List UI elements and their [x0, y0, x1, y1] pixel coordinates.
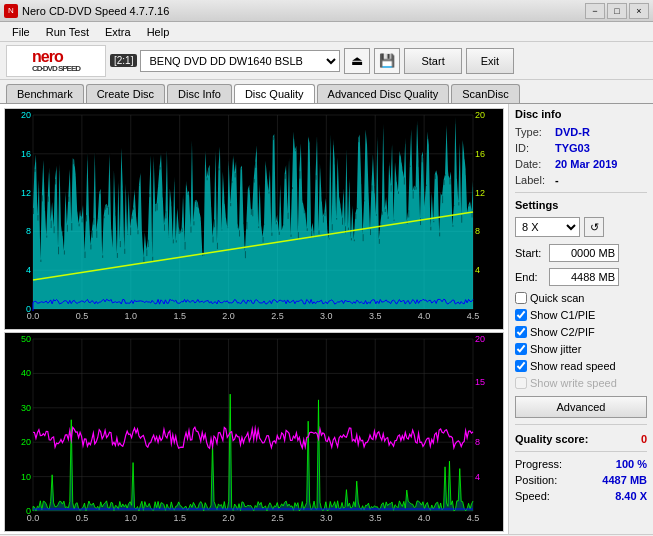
toolbar: nero CD·DVD SPEED [2:1] BENQ DVD DD DW16…: [0, 42, 653, 80]
disc-date-label: Date:: [515, 158, 551, 170]
refresh-button[interactable]: ↺: [584, 217, 604, 237]
nero-logo-text: nero: [32, 49, 80, 65]
settings-title: Settings: [515, 199, 647, 211]
disc-type-label: Type:: [515, 126, 551, 138]
disc-label-row: Label: -: [515, 174, 647, 186]
close-button[interactable]: ×: [629, 3, 649, 19]
eject-button[interactable]: ⏏: [344, 48, 370, 74]
start-mb-row: Start:: [515, 244, 647, 262]
nero-logo-sub: CD·DVD SPEED: [32, 65, 80, 73]
disc-id-row: ID: TYG03: [515, 142, 647, 154]
disc-id-value: TYG03: [555, 142, 590, 154]
show-write-speed-row: Show write speed: [515, 377, 647, 389]
pi-failures-chart: [4, 332, 504, 532]
disc-type-row: Type: DVD-R: [515, 126, 647, 138]
title-bar-buttons: − □ ×: [585, 3, 649, 19]
show-c2pif-label: Show C2/PIF: [530, 326, 595, 338]
show-c1pie-label: Show C1/PIE: [530, 309, 595, 321]
maximize-button[interactable]: □: [607, 3, 627, 19]
position-row: Position: 4487 MB: [515, 474, 647, 486]
speed-select[interactable]: 8 X Maximum 2 X 4 X 6 X 12 X 16 X: [515, 217, 580, 237]
quick-scan-label: Quick scan: [530, 292, 584, 304]
title-bar: N Nero CD-DVD Speed 4.7.7.16 − □ ×: [0, 0, 653, 22]
divider-2: [515, 424, 647, 425]
divider-3: [515, 451, 647, 452]
speed-label: Speed:: [515, 490, 550, 502]
quality-value: 0: [641, 433, 647, 445]
show-jitter-checkbox[interactable]: [515, 343, 527, 355]
progress-value: 100 %: [616, 458, 647, 470]
position-label: Position:: [515, 474, 557, 486]
show-c1pie-checkbox[interactable]: [515, 309, 527, 321]
tab-disc-info[interactable]: Disc Info: [167, 84, 232, 103]
disc-label-value: -: [555, 174, 559, 186]
drive-label: [2:1]: [110, 54, 137, 67]
app-icon: N: [4, 4, 18, 18]
start-label: Start:: [515, 247, 545, 259]
show-c2pif-row: Show C2/PIF: [515, 326, 647, 338]
tab-advanced-disc-quality[interactable]: Advanced Disc Quality: [317, 84, 450, 103]
tab-scandisc[interactable]: ScanDisc: [451, 84, 519, 103]
drive-selector: [2:1] BENQ DVD DD DW1640 BSLB: [110, 50, 340, 72]
menu-bar: File Run Test Extra Help: [0, 22, 653, 42]
tab-bar: Benchmark Create Disc Disc Info Disc Qua…: [0, 80, 653, 104]
end-label: End:: [515, 271, 545, 283]
speed-value: 8.40 X: [615, 490, 647, 502]
divider-1: [515, 192, 647, 193]
show-c1pie-row: Show C1/PIE: [515, 309, 647, 321]
disc-date-value: 20 Mar 2019: [555, 158, 617, 170]
position-value: 4487 MB: [602, 474, 647, 486]
show-jitter-row: Show jitter: [515, 343, 647, 355]
exit-button[interactable]: Exit: [466, 48, 514, 74]
pi-failures-canvas: [5, 333, 503, 529]
main-content: Disc info Type: DVD-R ID: TYG03 Date: 20…: [0, 104, 653, 534]
speed-row: 8 X Maximum 2 X 4 X 6 X 12 X 16 X ↺: [515, 217, 647, 237]
progress-label: Progress:: [515, 458, 562, 470]
advanced-button[interactable]: Advanced: [515, 396, 647, 418]
disc-id-label: ID:: [515, 142, 551, 154]
pi-errors-canvas: [5, 109, 503, 327]
menu-help[interactable]: Help: [139, 22, 178, 42]
menu-file[interactable]: File: [4, 22, 38, 42]
quick-scan-row: Quick scan: [515, 292, 647, 304]
right-panel: Disc info Type: DVD-R ID: TYG03 Date: 20…: [508, 104, 653, 534]
end-mb-row: End:: [515, 268, 647, 286]
title-text: Nero CD-DVD Speed 4.7.7.16: [22, 5, 169, 17]
disc-type-value: DVD-R: [555, 126, 590, 138]
progress-row: Progress: 100 %: [515, 458, 647, 470]
tab-benchmark[interactable]: Benchmark: [6, 84, 84, 103]
nero-logo: nero CD·DVD SPEED: [6, 45, 106, 77]
disc-label-label: Label:: [515, 174, 551, 186]
tab-disc-quality[interactable]: Disc Quality: [234, 84, 315, 103]
start-input[interactable]: [549, 244, 619, 262]
pi-errors-chart: [4, 108, 504, 330]
speed-row-progress: Speed: 8.40 X: [515, 490, 647, 502]
disc-date-row: Date: 20 Mar 2019: [515, 158, 647, 170]
show-read-speed-row: Show read speed: [515, 360, 647, 372]
quick-scan-checkbox[interactable]: [515, 292, 527, 304]
drive-dropdown[interactable]: BENQ DVD DD DW1640 BSLB: [140, 50, 340, 72]
minimize-button[interactable]: −: [585, 3, 605, 19]
menu-extra[interactable]: Extra: [97, 22, 139, 42]
menu-run-test[interactable]: Run Test: [38, 22, 97, 42]
show-c2pif-checkbox[interactable]: [515, 326, 527, 338]
show-jitter-label: Show jitter: [530, 343, 581, 355]
disc-info-title: Disc info: [515, 108, 647, 120]
show-write-speed-label: Show write speed: [530, 377, 617, 389]
show-read-speed-checkbox[interactable]: [515, 360, 527, 372]
show-read-speed-label: Show read speed: [530, 360, 616, 372]
charts-area: [0, 104, 508, 534]
start-button[interactable]: Start: [404, 48, 461, 74]
show-write-speed-checkbox[interactable]: [515, 377, 527, 389]
quality-row: Quality score: 0: [515, 433, 647, 445]
quality-label: Quality score:: [515, 433, 588, 445]
tab-create-disc[interactable]: Create Disc: [86, 84, 165, 103]
end-input[interactable]: [549, 268, 619, 286]
save-button[interactable]: 💾: [374, 48, 400, 74]
